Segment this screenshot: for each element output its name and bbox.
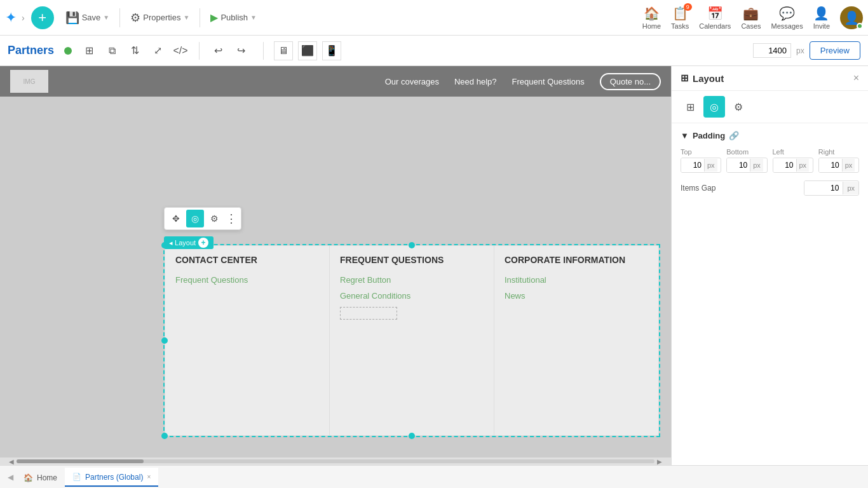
rp-tab-settings[interactable]: ⚙ — [728, 96, 749, 118]
grid-view-button[interactable]: ⊞ — [79, 41, 98, 60]
scrollbar-thumb[interactable] — [17, 459, 144, 463]
handle-top-center[interactable] — [409, 242, 415, 248]
footer-tabs: ◀ 🏠 Home 📄 Partners (Global) × — [0, 465, 868, 488]
scroll-right-arrow[interactable]: ▶ — [654, 458, 665, 465]
handle-bottom-left[interactable] — [161, 433, 168, 439]
items-gap-input-row: px — [804, 180, 859, 196]
preview-button[interactable]: Preview — [810, 41, 860, 60]
desktop-view-button[interactable]: 🖥 — [274, 41, 293, 60]
code-button[interactable]: </> — [171, 41, 190, 60]
padding-link-icon: 🔗 — [729, 131, 739, 140]
redo-button[interactable]: ↪ — [231, 41, 250, 60]
handle-middle-left[interactable] — [161, 337, 168, 344]
invite-icon: 👤 — [813, 6, 829, 21]
padding-right-field: Right px — [818, 148, 859, 173]
layout-label[interactable]: ◂ Layout + — [164, 236, 214, 249]
widget-more-button[interactable]: ⋮ — [224, 212, 238, 226]
publish-dropdown-icon[interactable]: ▼ — [250, 14, 257, 21]
handle-bottom-center[interactable] — [409, 433, 415, 439]
scroll-left-arrow[interactable]: ◀ — [6, 458, 17, 465]
undo-icon: ↩ — [214, 44, 222, 57]
navigator-button[interactable]: ⇅ — [125, 41, 144, 60]
nav-item-help[interactable]: Need help? — [454, 77, 497, 86]
add-button[interactable]: + — [31, 6, 54, 29]
scrollbar-track[interactable] — [17, 459, 654, 463]
rp-tab-style[interactable]: ◎ — [703, 96, 725, 118]
layout-label-text: ◂ Layout — [169, 239, 196, 247]
undo-button[interactable]: ↩ — [208, 41, 227, 60]
top-toolbar: ✦ › + 💾 Save ▼ ⚙ Properties ▼ ▶ Publish … — [0, 0, 868, 36]
layers-button[interactable]: ⧉ — [102, 41, 121, 60]
layout-add-button[interactable]: + — [198, 238, 208, 248]
tab-partners[interactable]: 📄 Partners (Global) × — [65, 468, 158, 487]
padding-left-field: Left px — [773, 148, 813, 173]
footer-columns: CONTACT CENTER Frequent Questions FREQUE… — [165, 245, 659, 436]
col3-link-1[interactable]: Institutional — [505, 275, 648, 285]
right-panel-padding-section: ▼ Padding 🔗 Top px Bottom px — [672, 123, 868, 203]
nav-item-faq[interactable]: Frequent Questions — [512, 77, 584, 86]
divider-2 — [200, 8, 200, 27]
mobile-view-button[interactable]: 📱 — [322, 41, 341, 60]
items-gap-unit: px — [843, 182, 858, 194]
properties-button[interactable]: ⚙ Properties ▼ — [125, 8, 194, 27]
publish-button[interactable]: ▶ Publish ▼ — [205, 9, 262, 26]
nav-tasks[interactable]: 📋 9 Tasks — [671, 6, 689, 30]
padding-right-unit: px — [842, 159, 855, 172]
widget-settings-button[interactable]: ⚙ — [205, 210, 223, 227]
toolbar2-icons: ⊞ ⧉ ⇅ ⤢ </> ↩ ↪ — [79, 41, 250, 60]
nav-home[interactable]: 🏠 Home — [642, 6, 661, 30]
widget-style-button[interactable]: ◎ — [186, 210, 204, 227]
padding-bottom-field: Bottom px — [726, 148, 767, 173]
navigator-icon: ⇅ — [131, 44, 139, 57]
page-status-dot — [64, 47, 72, 55]
col2-add-placeholder[interactable] — [340, 307, 397, 320]
resolution-input[interactable] — [753, 43, 791, 58]
rp-tab-layout[interactable]: ⊞ — [679, 96, 701, 118]
save-button[interactable]: 💾 Save ▼ — [60, 8, 115, 27]
padding-top-label: Top — [681, 148, 721, 156]
tasks-label: Tasks — [671, 22, 689, 30]
user-avatar-wrapper[interactable]: 👤 — [840, 6, 863, 29]
save-icon: 💾 — [65, 11, 79, 25]
save-dropdown-icon[interactable]: ▼ — [103, 14, 109, 21]
plus-icon: + — [38, 10, 46, 26]
tab-scroll-left[interactable]: ◀ — [5, 473, 16, 482]
properties-dropdown-icon[interactable]: ▼ — [183, 14, 189, 21]
right-panel-close-button[interactable]: × — [853, 72, 859, 84]
col1-link-1[interactable]: Frequent Questions — [175, 275, 319, 285]
tab-home[interactable]: 🏠 Home — [16, 468, 65, 486]
tb2-separator — [199, 42, 200, 60]
tasks-badge-wrapper: 📋 9 — [672, 6, 688, 21]
selected-block[interactable]: CONTACT CENTER Frequent Questions FREQUE… — [163, 244, 660, 437]
tab-close-button[interactable]: × — [147, 473, 151, 480]
widget-move-button[interactable]: ✥ — [167, 210, 185, 227]
page-title: Partners — [8, 44, 54, 57]
nav-invite[interactable]: 👤 Invite — [813, 6, 830, 30]
padding-right-input[interactable] — [819, 158, 842, 172]
nav-item-quote[interactable]: Quote no... — [600, 73, 661, 90]
padding-left-input-row: px — [773, 158, 813, 173]
resize-button[interactable]: ⤢ — [148, 41, 167, 60]
padding-left-input[interactable] — [773, 158, 796, 172]
nav-calendars[interactable]: 📅 Calendars — [699, 6, 731, 30]
padding-top-input[interactable] — [681, 158, 704, 172]
toolbar2-right: px Preview — [753, 41, 860, 60]
padding-top-field: Top px — [681, 148, 721, 173]
col2-link-2[interactable]: General Conditions — [340, 291, 484, 301]
move-icon: ✥ — [172, 214, 180, 224]
padding-left-label: Left — [773, 148, 813, 156]
padding-bottom-input[interactable] — [727, 158, 750, 172]
col2-link-1[interactable]: Regret Button — [340, 275, 484, 285]
layers-icon: ⧉ — [109, 45, 116, 57]
tablet-landscape-view-button[interactable]: ⬛ — [298, 41, 317, 60]
items-gap-input[interactable] — [804, 181, 843, 195]
items-gap-label: Items Gap — [681, 184, 715, 193]
col3-link-2[interactable]: News — [505, 291, 648, 301]
nav-cases[interactable]: 💼 Cases — [741, 6, 761, 30]
right-panel-title: ⊞ Layout — [681, 72, 724, 84]
resolution-unit: px — [796, 46, 804, 55]
nav-item-coverages[interactable]: Our coverages — [385, 77, 439, 86]
nav-messages[interactable]: 💬 Messages — [771, 6, 803, 30]
collapse-arrow-icon[interactable]: ▼ — [681, 131, 689, 140]
publish-label: Publish — [220, 13, 248, 22]
